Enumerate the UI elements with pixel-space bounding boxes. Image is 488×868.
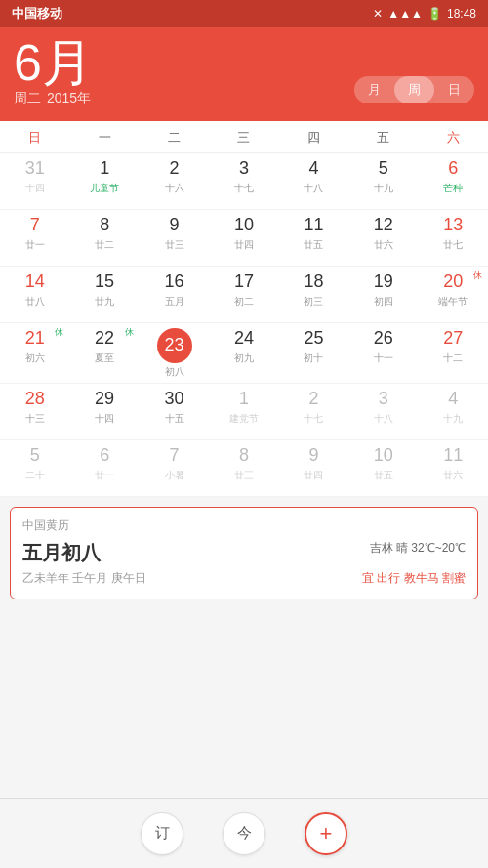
cal-cell[interactable]: 18初三 [279, 267, 348, 323]
network-icon: ▲▲▲ [387, 7, 423, 21]
cal-day-number: 25 [304, 328, 323, 350]
cal-cell[interactable]: 11廿六 [419, 440, 488, 497]
cal-cell[interactable]: 26十一 [348, 323, 418, 384]
cal-cell[interactable]: 3十八 [348, 384, 418, 440]
cal-cell[interactable]: 休20端午节 [419, 267, 488, 323]
cal-cell[interactable]: 休21初六 [0, 323, 69, 384]
cal-lunar-label: 廿六 [443, 469, 463, 482]
cal-day-number: 2 [170, 158, 180, 180]
info-main-row: 五月初八 吉林 晴 32℃~20℃ [22, 540, 466, 566]
cal-lunar-label: 廿四 [234, 238, 254, 252]
cal-day-number: 8 [239, 445, 249, 467]
cal-cell[interactable]: 19初四 [348, 267, 418, 323]
cal-lunar-label: 初九 [234, 351, 254, 365]
cal-cell[interactable]: 15廿九 [69, 267, 139, 323]
cal-cell[interactable]: 17初二 [209, 267, 278, 323]
cal-lunar-label: 廿九 [95, 295, 114, 309]
tab-month[interactable]: 月 [354, 76, 394, 103]
cal-cell[interactable]: 1建党节 [209, 384, 278, 440]
tab-week[interactable]: 周 [394, 76, 434, 103]
cal-cell[interactable]: 4十九 [419, 384, 488, 440]
cal-day-number: 26 [374, 328, 393, 350]
cal-cell[interactable]: 6芒种 [419, 153, 488, 210]
cal-cell[interactable]: 12廿六 [348, 210, 418, 267]
cal-day-number: 4 [448, 389, 458, 410]
cal-cell[interactable]: 8廿二 [69, 210, 139, 267]
cal-cell[interactable]: 25初十 [279, 323, 348, 384]
cal-cell[interactable]: 29十四 [69, 384, 139, 440]
time-label: 18:48 [447, 7, 476, 21]
cal-day-number: 21 [25, 328, 45, 350]
view-tabs[interactable]: 月 周 日 [354, 76, 474, 103]
cal-cell[interactable]: 16五月 [140, 267, 209, 323]
cal-lunar-label: 初二 [234, 295, 254, 309]
cal-lunar-label: 十四 [95, 412, 114, 426]
cal-cell[interactable]: 6廿一 [69, 440, 139, 497]
cal-cell[interactable]: 31十四 [0, 153, 69, 210]
cal-day-number: 1 [239, 389, 249, 410]
cal-lunar-label: 十一 [374, 351, 393, 365]
tab-day[interactable]: 日 [434, 76, 474, 103]
cal-cell[interactable]: 1儿童节 [69, 153, 139, 210]
cal-cell[interactable]: 7小暑 [140, 440, 209, 497]
cal-lunar-label: 廿一 [25, 238, 45, 252]
cal-cell[interactable]: 2十七 [279, 384, 348, 440]
add-button[interactable]: + [305, 812, 347, 855]
cal-day-number: 18 [304, 271, 323, 293]
cal-cell[interactable]: 8廿三 [209, 440, 278, 497]
cal-lunar-label: 廿八 [25, 295, 45, 309]
cal-cell[interactable]: 5十九 [348, 153, 418, 210]
cal-lunar-label: 十八 [374, 412, 393, 426]
cal-day-number: 24 [234, 328, 254, 350]
header-weekday: 周二 [14, 90, 41, 107]
cal-lunar-label: 十八 [304, 182, 323, 195]
cal-day-number: 11 [443, 445, 463, 467]
cal-cell[interactable]: 7廿一 [0, 210, 69, 267]
cal-day-number: 22 [95, 328, 114, 350]
cal-cell[interactable]: 24初九 [209, 323, 278, 384]
header-year: 2015年 [47, 90, 91, 107]
cal-day-number: 30 [165, 389, 184, 410]
col-sunday: 日 [0, 121, 69, 152]
header-month: 6月 [14, 37, 93, 88]
cal-day-number: 27 [443, 328, 463, 350]
cal-lunar-label: 五月 [165, 295, 184, 309]
cal-cell[interactable]: 28十三 [0, 384, 69, 440]
cal-day-number: 11 [304, 215, 323, 236]
today-button[interactable]: 今 [223, 812, 265, 855]
info-panel: 中国黄历 五月初八 吉林 晴 32℃~20℃ 乙未羊年 壬午月 庚午日 宜 出行… [10, 507, 478, 599]
cal-cell[interactable]: 14廿八 [0, 267, 69, 323]
cal-cell[interactable]: 30十五 [140, 384, 209, 440]
subscribe-button[interactable]: 订 [141, 812, 183, 855]
cal-lunar-label: 廿五 [374, 469, 393, 482]
cal-cell[interactable]: 9廿三 [140, 210, 209, 267]
cal-lunar-label: 廿一 [95, 469, 114, 482]
cal-lunar-label: 廿三 [234, 469, 254, 482]
cal-lunar-label: 初六 [25, 351, 45, 365]
calendar-header-row: 日 一 二 三 四 五 六 [0, 121, 488, 153]
cal-day-number: 5 [30, 445, 40, 467]
cal-day-number: 9 [170, 215, 180, 236]
zodiac-info: 乙未羊年 壬午月 庚午日 [22, 570, 146, 587]
cal-cell[interactable]: 3十七 [209, 153, 278, 210]
cal-lunar-label: 建党节 [229, 412, 259, 426]
cal-cell[interactable]: 5二十 [0, 440, 69, 497]
cal-cell[interactable]: 13廿七 [419, 210, 488, 267]
info-sub-row: 乙未羊年 壬午月 庚午日 宜 出行 教牛马 割蜜 [22, 570, 466, 587]
cal-cell[interactable]: 10廿五 [348, 440, 418, 497]
cal-day-number: 3 [379, 389, 388, 410]
cal-cell[interactable]: 27十二 [419, 323, 488, 384]
cal-cell[interactable]: 11廿五 [279, 210, 348, 267]
cal-cell[interactable]: 2十六 [140, 153, 209, 210]
cal-cell[interactable]: 4十八 [279, 153, 348, 210]
status-bar: 中国移动 ✕ ▲▲▲ 🔋 18:48 [0, 0, 488, 27]
weather-text: 晴 32℃~20℃ [396, 541, 466, 555]
cal-cell[interactable]: 休22夏至 [69, 323, 139, 384]
cal-day-number: 8 [100, 215, 109, 236]
cal-cell[interactable]: 9廿四 [279, 440, 348, 497]
cal-lunar-label: 十七 [234, 182, 254, 195]
cal-cell[interactable]: 23初八 [140, 323, 209, 384]
location-label: 吉林 [370, 541, 393, 555]
cal-cell[interactable]: 10廿四 [209, 210, 278, 267]
subscribe-label: 订 [155, 824, 170, 843]
